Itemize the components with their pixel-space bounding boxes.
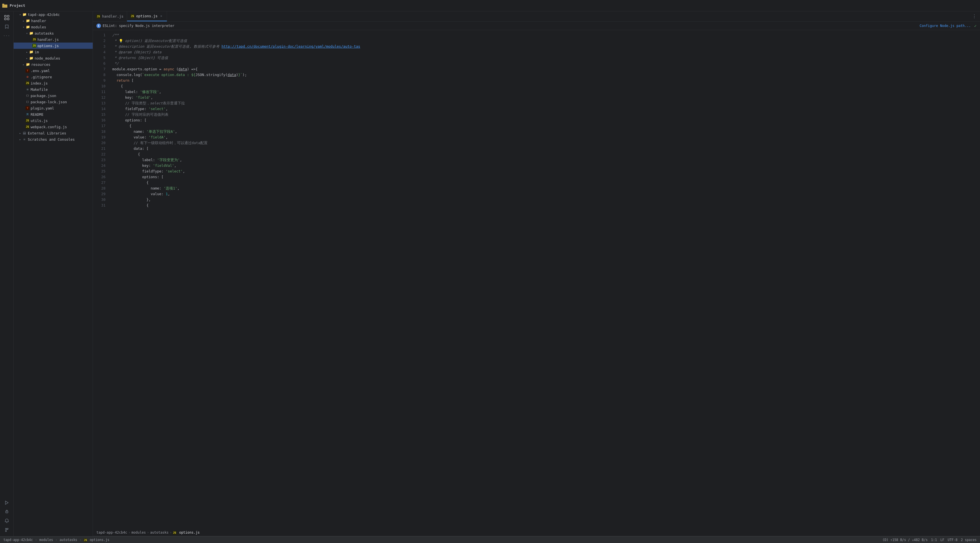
sidebar-item-package-lock-json[interactable]: {} package-lock.json [14, 99, 93, 105]
sidebar-item-node-modules[interactable]: 📁 node_modules [14, 55, 93, 61]
code-line-23: label: '字段变更为', [112, 157, 975, 163]
sidebar-label-modules: modules [31, 25, 46, 29]
status-js-icon: JS [84, 538, 87, 542]
status-sep-3: › [80, 538, 82, 542]
sidebar-label-scratches: Scratches and Consoles [28, 137, 75, 142]
sidebar-item-options-js[interactable]: JS options.js [14, 43, 93, 49]
svg-rect-1 [2, 4, 4, 5]
scratches-icon: ≡ [22, 137, 27, 142]
code-line-26: options: [ [112, 174, 975, 180]
sidebar-item-webpack-config-js[interactable]: JS webpack.config.js [14, 124, 93, 130]
status-file[interactable]: JS options.js [84, 538, 109, 542]
chevron-autotasks [25, 31, 29, 35]
code-line-14: fieldType: 'select', [112, 106, 975, 112]
sidebar-item-modules[interactable]: 📁 modules [14, 24, 93, 30]
breadcrumb-item-tapd-app[interactable]: tapd-app-42cb4c [96, 530, 127, 535]
tab-options-js[interactable]: JS options.js × [127, 11, 167, 21]
status-separator[interactable]: LF [940, 538, 944, 542]
eslint-info: E ESLint: specify Node.js interpreter [96, 24, 174, 28]
folder-icon-resources: 📁 [25, 62, 30, 67]
toolbar-debug-icon[interactable] [3, 508, 11, 516]
line-numbers: 12345 678910 1112131415 1617181920 21222… [93, 30, 108, 529]
code-line-16: options: [ [112, 118, 975, 123]
sidebar-label-gitignore: .gitignore [30, 75, 52, 79]
code-line-12: key: 'field', [112, 95, 975, 100]
tab-handler-js[interactable]: JS handler.js [93, 11, 127, 21]
code-line-25: fieldType: 'select', [112, 169, 975, 174]
top-bar: Project [0, 0, 980, 11]
sidebar-item-readme[interactable]: M README [14, 111, 93, 118]
toolbar-run-icon[interactable] [3, 499, 11, 507]
configure-nodejs-link[interactable]: Configure Node.js path... [920, 24, 971, 28]
js-icon-utils: JS [25, 119, 30, 123]
makefile-icon: ≡ [25, 88, 30, 91]
md-icon-readme: M [25, 112, 30, 116]
tab-handler-js-label: handler.js [102, 14, 123, 18]
status-encoding[interactable]: UTF-8 [948, 538, 958, 542]
toolbar-git-icon[interactable] [3, 526, 11, 534]
toolbar-project-icon[interactable] [3, 14, 11, 22]
sidebar-label-tapd-app: tapd-app-42cb4c [28, 13, 60, 17]
sidebar-label-im: im [35, 50, 39, 54]
breadcrumb-sep-1: › [128, 530, 130, 535]
main-container: ··· [0, 11, 980, 536]
js-icon-options: JS [32, 44, 36, 48]
sidebar-label-index-js: index.js [30, 81, 48, 85]
status-position[interactable]: 1:1 [931, 538, 937, 542]
sidebar-label-package-json: package.json [30, 94, 56, 98]
tab-more-button[interactable]: ⋮ [969, 14, 980, 19]
chevron-tapd-app [18, 13, 22, 16]
sidebar-item-tapd-app[interactable]: 📁 tapd-app-42cb4c [14, 11, 93, 18]
project-title: Project [10, 3, 25, 8]
status-sep-1: › [35, 538, 37, 542]
sidebar-item-external-libraries[interactable]: 🏛 External Libraries [14, 130, 93, 136]
sidebar-item-env-yaml[interactable]: Y .env.yaml [14, 67, 93, 74]
sidebar-item-makefile[interactable]: ≡ Makefile [14, 86, 93, 92]
sidebar-item-package-json[interactable]: {} package.json [14, 92, 93, 99]
code-line-24: key: 'fieldVal', [112, 163, 975, 169]
code-line-21: data: [ [112, 146, 975, 151]
sidebar-item-resources[interactable]: 📁 resources [14, 61, 93, 67]
eslint-message: ESLint: specify Node.js interpreter [103, 24, 174, 28]
code-editor: 12345 678910 1112131415 1617181920 21222… [93, 30, 980, 529]
toolbar-notifications-icon[interactable] [3, 517, 11, 525]
code-line-7: module.exports.option = async (data) =>{ [112, 66, 975, 72]
folder-icon-handler: 📁 [25, 18, 30, 23]
sidebar-item-handler-js[interactable]: JS handler.js [14, 36, 93, 43]
sidebar-item-autotasks[interactable]: 📁 autotasks [14, 30, 93, 36]
json-icon-package: {} [25, 94, 30, 97]
eslint-icon: E [96, 24, 101, 28]
chevron-im [25, 50, 29, 54]
sidebar-label-autotasks: autotasks [35, 31, 54, 35]
sidebar-item-utils-js[interactable]: JS utils.js [14, 118, 93, 124]
status-project-name[interactable]: tapd-app-42cb4c [3, 538, 33, 542]
code-line-9: return [ [112, 78, 975, 83]
sidebar-item-scratches[interactable]: ≡ Scratches and Consoles [14, 136, 93, 142]
toolbar-more-icon[interactable]: ··· [3, 32, 11, 40]
breadcrumb-item-autotasks[interactable]: autotasks [150, 530, 169, 535]
status-bar: tapd-app-42cb4c › modules › autotasks › … [0, 536, 980, 543]
status-autotasks[interactable]: autotasks [60, 538, 77, 542]
tab-bar: JS handler.js JS options.js × ⋮ [93, 11, 980, 22]
code-line-4: * @param {Object} data [112, 49, 975, 55]
status-network: (D) ↑158 B/s / ↓482 B/s [883, 538, 928, 542]
code-line-2: * 💡 option() 返回executor配置可选值 [112, 38, 975, 44]
status-indent[interactable]: 2 spaces [961, 538, 977, 542]
status-modules[interactable]: modules [40, 538, 53, 542]
folder-icon-autotasks: 📁 [29, 31, 33, 35]
tab-options-js-close[interactable]: × [159, 14, 163, 18]
code-line-8: console.log(`execute option.data : ${JSO… [112, 72, 975, 78]
svg-rect-0 [2, 5, 7, 8]
sidebar-item-im[interactable]: 📁 im [14, 49, 93, 55]
sidebar-item-handler[interactable]: 📁 handler [14, 18, 93, 24]
sidebar-label-package-lock-json: package-lock.json [30, 100, 67, 104]
breadcrumb-item-modules[interactable]: modules [132, 530, 146, 535]
yaml-icon-plugin: Y [25, 106, 30, 110]
code-line-1: /** [112, 32, 975, 38]
toolbar-bookmarks-icon[interactable] [3, 23, 11, 31]
code-line-18: name: '单选下拉字段A', [112, 129, 975, 134]
code-content[interactable]: /** * 💡 option() 返回executor配置可选值 * @desc… [108, 30, 980, 529]
sidebar-item-index-js[interactable]: JS index.js [14, 80, 93, 86]
sidebar-item-gitignore[interactable]: ⊘ .gitignore [14, 74, 93, 80]
sidebar-item-plugin-yaml[interactable]: Y plugin.yaml [14, 105, 93, 111]
